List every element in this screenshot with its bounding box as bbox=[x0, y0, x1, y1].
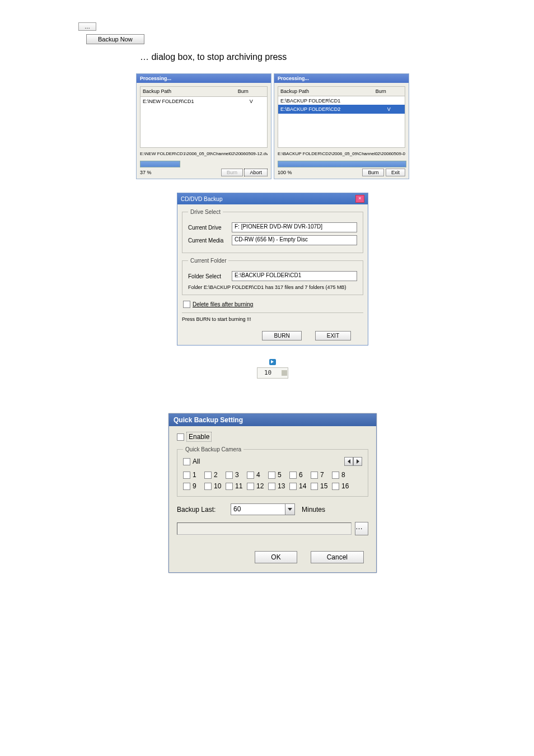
status-text: Press BURN to start burning !!! bbox=[182, 312, 363, 322]
burn-button[interactable]: BURN bbox=[262, 331, 301, 340]
camera-9-checkbox-wrap: 9 bbox=[183, 482, 204, 490]
path-input[interactable] bbox=[177, 522, 352, 535]
cd-dvd-backup-dialog: CD/DVD Backup × Drive Select Current Dri… bbox=[177, 193, 368, 346]
camera-15-checkbox[interactable] bbox=[311, 483, 318, 490]
group-label: Quick Backup Camera bbox=[183, 446, 243, 452]
camera-13-checkbox[interactable] bbox=[268, 483, 275, 490]
camera-16-checkbox-wrap: 16 bbox=[332, 482, 353, 490]
close-icon[interactable]: × bbox=[355, 195, 364, 203]
dialog-title: CD/DVD Backup bbox=[181, 196, 222, 202]
camera-11-checkbox-wrap: 11 bbox=[226, 482, 247, 490]
browse-button[interactable]: … bbox=[78, 22, 96, 31]
col-backup-path[interactable]: Backup Path bbox=[140, 87, 236, 97]
col-backup-path[interactable]: Backup Path bbox=[278, 87, 373, 96]
ok-button[interactable]: OK bbox=[255, 551, 297, 563]
col-burn[interactable]: Burn bbox=[236, 87, 268, 97]
camera-11-label: 11 bbox=[235, 482, 242, 490]
current-file-path: E:\BACKUP FOLDER\CD2\2006_05_09\Channel0… bbox=[278, 151, 405, 156]
table-row[interactable]: E:\BACKUP FOLDER\CD1 bbox=[278, 96, 405, 105]
camera-12-checkbox[interactable] bbox=[247, 483, 254, 490]
burn-button[interactable]: Burn bbox=[362, 169, 384, 176]
processing-dialog-right: Processing... Backup Path Burn E:\BACKUP… bbox=[274, 73, 409, 179]
camera-13-label: 13 bbox=[278, 482, 285, 490]
browse-button[interactable]: … bbox=[355, 522, 368, 535]
delete-after-burning-checkbox[interactable] bbox=[183, 301, 190, 308]
camera-7-checkbox[interactable] bbox=[311, 472, 318, 479]
camera-2-checkbox[interactable] bbox=[204, 472, 212, 479]
drive-select-group: Drive Select Current Drive F: [PIONEER D… bbox=[182, 209, 363, 253]
all-label: All bbox=[193, 458, 200, 465]
percent-label: 100 % bbox=[278, 170, 292, 175]
camera-12-checkbox-wrap: 12 bbox=[247, 482, 268, 490]
dialog-title: Processing... bbox=[137, 74, 271, 83]
minutes-label: Minutes bbox=[302, 506, 325, 514]
current-media-value: CD-RW (656 M) - Empty Disc bbox=[232, 235, 357, 245]
folder-select-label: Folder Select bbox=[188, 273, 232, 279]
camera-1-checkbox-wrap: 1 bbox=[183, 471, 204, 479]
quick-backup-setting-dialog: Quick Backup Setting Enable Quick Backup… bbox=[168, 413, 377, 573]
camera-8-checkbox-wrap: 8 bbox=[332, 471, 353, 479]
camera-1-label: 1 bbox=[193, 471, 196, 479]
camera-5-checkbox[interactable] bbox=[268, 472, 275, 479]
burn-button: Burn bbox=[221, 169, 243, 176]
camera-15-label: 15 bbox=[320, 482, 327, 490]
enable-checkbox[interactable] bbox=[177, 433, 184, 441]
camera-10-checkbox[interactable] bbox=[204, 483, 212, 490]
cancel-button[interactable]: Cancel bbox=[311, 551, 364, 563]
group-label: Drive Select bbox=[188, 209, 223, 215]
current-file-path: E:\NEW FOLDER\CD1\2006_05_09\Channel02\2… bbox=[140, 151, 268, 156]
camera-2-checkbox-wrap: 2 bbox=[204, 471, 226, 479]
camera-8-checkbox[interactable] bbox=[332, 472, 339, 479]
current-drive-value[interactable]: F: [PIONEER DVD-RW DVR-107D] bbox=[232, 222, 357, 232]
percent-label: 37 % bbox=[140, 170, 152, 175]
camera-9-checkbox[interactable] bbox=[183, 483, 190, 490]
exit-button[interactable]: Exit bbox=[386, 169, 405, 176]
camera-6-label: 6 bbox=[299, 471, 303, 479]
camera-6-checkbox[interactable] bbox=[289, 472, 297, 479]
camera-3-checkbox[interactable] bbox=[226, 472, 233, 479]
scroll-right-button[interactable] bbox=[353, 457, 362, 466]
current-folder-group: Current Folder Folder Select E:\BACKUP F… bbox=[182, 258, 363, 295]
camera-1-checkbox[interactable] bbox=[183, 472, 190, 479]
current-media-label: Current Media bbox=[188, 237, 232, 244]
backup-last-input[interactable]: 60 bbox=[231, 503, 285, 515]
backup-now-button[interactable]: Backup Now bbox=[86, 34, 144, 44]
camera-16-checkbox[interactable] bbox=[332, 483, 339, 490]
camera-14-label: 14 bbox=[299, 482, 306, 490]
dialog-title: Processing... bbox=[274, 74, 409, 83]
play-icon bbox=[269, 359, 276, 365]
all-checkbox[interactable] bbox=[183, 458, 190, 465]
camera-6-checkbox-wrap: 6 bbox=[289, 471, 311, 479]
enable-label: Enable bbox=[186, 432, 212, 442]
dropdown-button[interactable] bbox=[285, 503, 295, 515]
camera-8-label: 8 bbox=[341, 471, 345, 479]
current-drive-label: Current Drive bbox=[188, 225, 232, 231]
col-burn[interactable]: Burn bbox=[373, 87, 405, 96]
camera-14-checkbox[interactable] bbox=[289, 483, 297, 490]
folder-select-value[interactable]: E:\BACKUP FOLDER\CD1 bbox=[232, 271, 357, 281]
camera-7-checkbox-wrap: 7 bbox=[311, 471, 332, 479]
camera-11-checkbox[interactable] bbox=[226, 483, 233, 490]
quick-backup-camera-group: Quick Backup Camera All 1234567891011121… bbox=[177, 446, 368, 497]
camera-4-checkbox[interactable] bbox=[247, 472, 254, 479]
exit-button[interactable]: EXIT bbox=[315, 331, 351, 340]
processing-dialog-left: Processing... Backup Path Burn E:\NEW FO… bbox=[136, 73, 271, 179]
stepper-icon[interactable] bbox=[282, 370, 287, 376]
camera-14-checkbox-wrap: 14 bbox=[289, 482, 311, 490]
chevron-right-icon bbox=[357, 459, 359, 464]
camera-7-label: 7 bbox=[320, 471, 324, 479]
scroll-left-button[interactable] bbox=[344, 457, 353, 466]
backup-path-table: Backup Path Burn E:\BACKUP FOLDER\CD1 E:… bbox=[278, 86, 405, 148]
backup-path-table: Backup Path Burn E:\NEW FOLDER\CD1 V bbox=[140, 86, 268, 148]
camera-5-label: 5 bbox=[278, 471, 282, 479]
table-row-selected[interactable]: E:\BACKUP FOLDER\CD2 V bbox=[278, 105, 405, 114]
camera-9-label: 9 bbox=[193, 482, 196, 490]
group-label: Current Folder bbox=[188, 258, 228, 264]
abort-button[interactable]: Abort bbox=[244, 169, 268, 176]
table-row[interactable]: E:\NEW FOLDER\CD1 V bbox=[140, 96, 268, 106]
camera-3-checkbox-wrap: 3 bbox=[226, 471, 247, 479]
intro-text: … dialog box, to stop archiving press bbox=[140, 52, 467, 62]
chevron-left-icon bbox=[348, 459, 350, 464]
camera-10-checkbox-wrap: 10 bbox=[204, 482, 226, 490]
camera-12-label: 12 bbox=[256, 482, 264, 490]
